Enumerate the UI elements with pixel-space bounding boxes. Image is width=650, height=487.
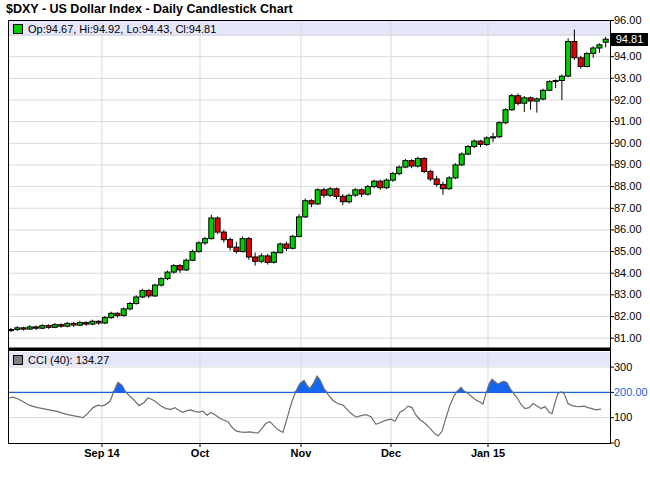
candle-body: [90, 321, 95, 324]
cci-legend-text: CCI (40): 134.27: [28, 354, 109, 366]
candle-body: [422, 159, 427, 172]
candle-body: [541, 90, 546, 99]
candle-body: [271, 253, 276, 263]
candle-body: [40, 326, 45, 329]
candle-body: [77, 323, 82, 326]
candle-body: [59, 325, 64, 327]
price-axis-label: 93.00: [614, 72, 642, 84]
candle-body: [403, 161, 408, 168]
month-label: Oct: [191, 447, 209, 459]
candle-body: [353, 190, 358, 195]
cci-axis-label: 0: [614, 437, 620, 449]
price-axis-label: 82.00: [614, 310, 642, 322]
candle-body: [378, 181, 383, 188]
ohlc-legend-text: Op:94.67, Hi:94.92, Lo:94.43, Cl:94.81: [28, 23, 216, 35]
candle-body: [284, 244, 289, 248]
candle-body: [246, 239, 251, 257]
candle-body: [46, 326, 51, 328]
price-axis-label: 92.00: [614, 94, 642, 106]
candle-body: [434, 179, 439, 184]
candle-body: [509, 96, 514, 110]
panel-divider: [8, 348, 611, 352]
candle-body: [115, 313, 120, 315]
candle-body: [171, 266, 176, 273]
candle-body: [140, 291, 145, 298]
month-label: Jan 15: [471, 447, 505, 459]
candle-body: [440, 184, 445, 188]
candle-body: [328, 189, 333, 196]
candle-body: [447, 178, 452, 189]
candle-body: [303, 201, 308, 217]
candle-body: [491, 137, 496, 138]
cci-axis-label: 200.00: [614, 386, 648, 398]
candle-body: [340, 196, 345, 201]
candle-body: [234, 247, 239, 251]
candle-body: [190, 252, 195, 261]
candle-body: [109, 313, 114, 317]
candle-body: [121, 309, 126, 316]
candle-body: [34, 327, 39, 328]
ohlc-legend: Op:94.67, Hi:94.92, Lo:94.43, Cl:94.81: [13, 22, 216, 36]
candle-body: [566, 42, 571, 77]
price-axis-label: 85.00: [614, 245, 642, 257]
candle-body: [221, 232, 226, 240]
candle-body: [478, 141, 483, 144]
cci-legend: CCI (40): 134.27: [13, 353, 109, 367]
cci-series-swatch-icon: [13, 355, 23, 365]
candle-body: [553, 81, 558, 82]
cci-axis-label: 100: [614, 411, 632, 423]
candle-body: [372, 181, 377, 186]
candle-body: [534, 99, 539, 101]
candle-body: [102, 318, 107, 323]
price-axis-label: 88.00: [614, 180, 642, 192]
candle-body: [253, 257, 258, 261]
candle-body: [597, 45, 602, 48]
candle-body: [584, 54, 589, 67]
candle-body: [146, 291, 151, 296]
candle-body: [165, 272, 170, 279]
candle-body: [459, 154, 464, 165]
candle-body: [15, 328, 20, 330]
candle-body: [415, 159, 420, 167]
candle-body: [522, 98, 527, 103]
candle-body: [466, 147, 471, 155]
last-price-badge: 94.81: [611, 33, 648, 46]
candle-body: [9, 330, 14, 331]
price-axis-label: 81.00: [614, 332, 642, 344]
candle-body: [559, 76, 564, 80]
candle-body: [84, 323, 89, 325]
candle-body: [228, 240, 233, 248]
candle-body: [484, 138, 489, 145]
price-axis-label: 84.00: [614, 267, 642, 279]
candle-body: [134, 297, 139, 304]
candle-body: [178, 266, 183, 270]
candle-body: [578, 58, 583, 67]
candle-body: [428, 171, 433, 179]
candle-body: [196, 243, 201, 252]
candle-body: [278, 244, 283, 253]
price-axis-label: 86.00: [614, 223, 642, 235]
candle-body: [71, 323, 76, 325]
month-label: Sep 14: [84, 447, 119, 459]
candle-body: [265, 256, 270, 263]
candle-body: [347, 195, 352, 202]
candle-body: [334, 189, 339, 197]
candlestick-chart-canvas: [0, 0, 650, 487]
candle-body: [322, 190, 327, 195]
candle-body: [184, 260, 189, 270]
candle-body: [603, 39, 608, 42]
candle-body: [503, 110, 508, 123]
candle-body: [240, 239, 245, 252]
candle-body: [153, 285, 158, 296]
candle-body: [365, 187, 370, 195]
candle-body: [127, 304, 132, 309]
cci-overbought-fill: [9, 376, 601, 392]
price-axis-label: 89.00: [614, 158, 642, 170]
candle-body: [472, 141, 477, 146]
price-axis-label: 94.00: [614, 50, 642, 62]
candle-body: [453, 165, 458, 178]
candle-body: [21, 328, 26, 329]
candle-body: [315, 190, 320, 204]
month-label: Dec: [381, 447, 401, 459]
candle-body: [27, 327, 32, 329]
